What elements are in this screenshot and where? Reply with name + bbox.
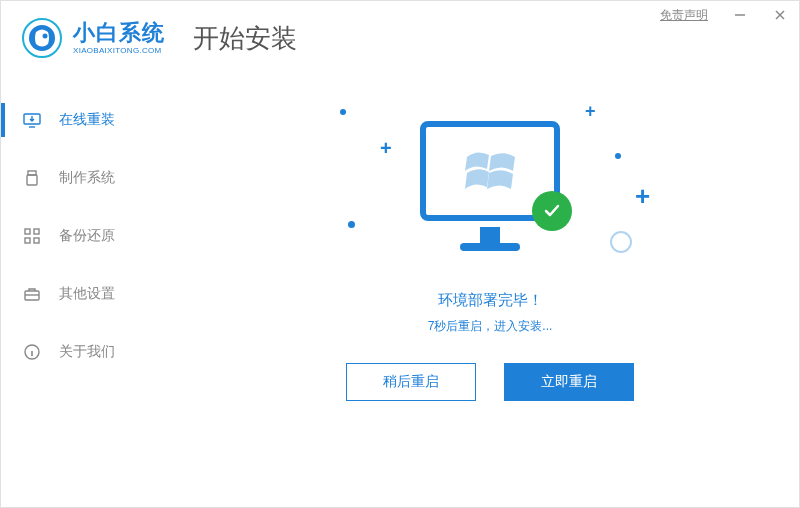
decor-plus-icon: + [585, 101, 596, 122]
decor-ring [610, 231, 632, 253]
disclaimer-link[interactable]: 免责声明 [660, 7, 708, 24]
sidebar-item-label: 制作系统 [59, 169, 115, 187]
sidebar-item-label: 备份还原 [59, 227, 115, 245]
status-subtitle: 7秒后重启，进入安装... [181, 318, 799, 335]
restart-now-button[interactable]: 立即重启 [504, 363, 634, 401]
windows-logo-icon [465, 149, 515, 193]
main-content: + + + 环境部署完毕！ 7秒后重启，进入安装... [181, 71, 799, 507]
sidebar-item-reinstall[interactable]: 在线重装 [1, 91, 181, 149]
success-checkmark-icon [532, 191, 572, 231]
decor-plus-icon: + [380, 137, 392, 160]
sidebar-item-backup[interactable]: 备份还原 [1, 207, 181, 265]
app-logo [21, 17, 63, 59]
close-icon [774, 9, 786, 21]
illustration: + + + [320, 101, 660, 281]
close-button[interactable] [760, 0, 800, 30]
info-icon [23, 343, 41, 361]
sidebar: 在线重装 制作系统 备份还原 其他设置 关于我们 [1, 71, 181, 507]
monitor-download-icon [23, 111, 41, 129]
decor-dot [348, 221, 355, 228]
sidebar-item-label: 其他设置 [59, 285, 115, 303]
sidebar-item-label: 在线重装 [59, 111, 115, 129]
svg-rect-9 [27, 175, 37, 185]
brand-text: 小白系统 XIAOBAIXITONG.COM [73, 22, 165, 55]
minimize-button[interactable] [720, 0, 760, 30]
grid-icon [23, 227, 41, 245]
brand-subtitle: XIAOBAIXITONG.COM [73, 46, 165, 55]
page-title: 开始安装 [193, 21, 297, 56]
toolbox-icon [23, 285, 41, 303]
monitor-base [460, 243, 520, 251]
minimize-icon [734, 9, 746, 21]
decor-plus-icon: + [635, 181, 650, 212]
brand-name: 小白系统 [73, 22, 165, 44]
svg-rect-11 [34, 229, 39, 234]
button-row: 稍后重启 立即重启 [181, 363, 799, 401]
sidebar-item-label: 关于我们 [59, 343, 115, 361]
decor-dot [615, 153, 621, 159]
status-title: 环境部署完毕！ [181, 291, 799, 310]
sidebar-item-about[interactable]: 关于我们 [1, 323, 181, 381]
usb-icon [23, 169, 41, 187]
svg-point-5 [43, 34, 48, 39]
sidebar-item-make-system[interactable]: 制作系统 [1, 149, 181, 207]
sidebar-item-settings[interactable]: 其他设置 [1, 265, 181, 323]
svg-rect-13 [34, 238, 39, 243]
svg-rect-12 [25, 238, 30, 243]
restart-later-button[interactable]: 稍后重启 [346, 363, 476, 401]
decor-dot [340, 109, 346, 115]
svg-rect-10 [25, 229, 30, 234]
